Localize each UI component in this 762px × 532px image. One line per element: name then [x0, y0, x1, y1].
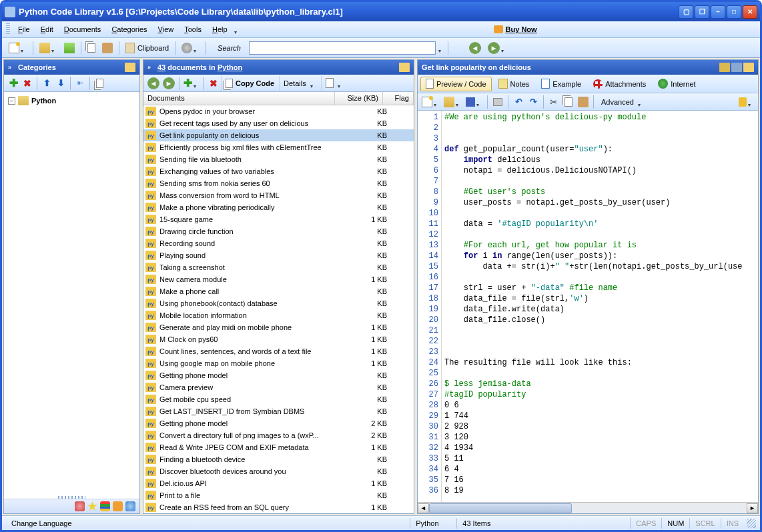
details-button[interactable]: Details: [279, 76, 320, 91]
clipboard-button[interactable]: Clipboard: [123, 41, 171, 55]
editor-print-button[interactable]: [491, 95, 504, 109]
table-row[interactable]: pyDel.icio.us API1 KB: [143, 477, 414, 489]
tab-notes[interactable]: Notes: [493, 77, 535, 91]
copy-button[interactable]: [85, 41, 98, 55]
h-scrollbar[interactable]: ◄ ►: [418, 502, 758, 513]
open-button[interactable]: [37, 41, 60, 55]
table-row[interactable]: pyMobile location informationKB: [143, 309, 414, 321]
nav-fwd-button[interactable]: ►: [161, 77, 176, 90]
copy-code-button[interactable]: Copy Code: [221, 76, 278, 91]
tab-internet[interactable]: Internet: [653, 77, 701, 91]
menu-edit[interactable]: Edit: [35, 23, 59, 35]
col-documents[interactable]: Documents: [143, 92, 335, 105]
search-dropdown-icon[interactable]: [438, 46, 444, 50]
win-sys-2[interactable]: ❐: [695, 5, 709, 19]
status-change-language[interactable]: Change Language: [6, 518, 410, 529]
table-row[interactable]: pySending sms from nokia series 60KB: [143, 177, 414, 189]
editor-cut-button[interactable]: ✂: [547, 95, 560, 109]
table-row[interactable]: pyMass conversion from word to HTMLKB: [143, 189, 414, 201]
buy-now-link[interactable]: Buy Now: [494, 25, 537, 33]
footer-icon-4[interactable]: [113, 501, 123, 511]
table-row[interactable]: pyExchanging values of two variablesKB: [143, 165, 414, 177]
add-doc-button[interactable]: ✚: [182, 77, 201, 90]
nav-back-button[interactable]: ◄: [146, 77, 161, 90]
duplicate-button[interactable]: [93, 77, 106, 90]
menu-file[interactable]: File: [13, 23, 35, 35]
code-editor[interactable]: 1234567891011121314151617181920212223242…: [418, 111, 758, 502]
table-row[interactable]: pyFinding a bluetooth deviceKB: [143, 453, 414, 465]
menu-tools[interactable]: Tools: [179, 23, 207, 35]
scroll-left-icon[interactable]: ◄: [418, 503, 429, 513]
table-row[interactable]: pyGet LAST_INSERT_ID from Symbian DBMSKB: [143, 405, 414, 417]
editor-save-button[interactable]: [464, 95, 484, 109]
outdent-button[interactable]: ⇤: [73, 77, 87, 90]
categories-tree[interactable]: – Python: [4, 92, 139, 496]
tab-preview-code[interactable]: Preview / Code: [420, 77, 492, 91]
table-row[interactable]: pyRecording soundKB: [143, 237, 414, 249]
folder-icon[interactable]: [125, 63, 135, 72]
delete-category-button[interactable]: ✖: [21, 77, 34, 90]
chevron-icon[interactable]: »: [147, 64, 155, 71]
editor-new-button[interactable]: [420, 95, 441, 109]
minimize-button[interactable]: –: [711, 5, 725, 19]
table-row[interactable]: pyConvert a directory full of png images…: [143, 429, 414, 441]
menu-documents[interactable]: Documents: [59, 23, 107, 35]
paste-button[interactable]: [99, 41, 115, 55]
table-row[interactable]: pyEfficiently process big xml files with…: [143, 141, 414, 153]
chevron-icon[interactable]: »: [8, 64, 16, 71]
col-size[interactable]: Size (KB): [335, 92, 383, 105]
documents-list[interactable]: pyOpens pydoc in your browserKBpyGet rec…: [143, 105, 414, 513]
table-row[interactable]: pyPlaying soundKB: [143, 249, 414, 261]
doc-new-button[interactable]: [321, 76, 348, 91]
table-row[interactable]: pyGet mobile cpu speedKB: [143, 393, 414, 405]
star-icon[interactable]: [87, 501, 97, 511]
resize-grip-icon[interactable]: [747, 519, 756, 528]
menu-help[interactable]: Help: [207, 23, 233, 35]
nav-fwd-button[interactable]: ►: [485, 41, 510, 55]
table-row[interactable]: pyNew camera module1 KB: [143, 273, 414, 285]
move-down-button[interactable]: ⬇: [54, 77, 67, 90]
table-row[interactable]: pyMake a phone vibrating periodicallyKB: [143, 201, 414, 213]
windows-icon[interactable]: [100, 501, 110, 511]
table-row[interactable]: pyCreate an RSS feed from an SQL query1 …: [143, 501, 414, 513]
doc-category-link[interactable]: Python: [218, 63, 242, 71]
add-category-button[interactable]: ✚: [7, 77, 20, 90]
scroll-right-icon[interactable]: ►: [747, 503, 758, 513]
table-row[interactable]: pyRead & Write JPEG COM and EXIF metadat…: [143, 441, 414, 453]
globe-icon[interactable]: [125, 501, 135, 511]
table-row[interactable]: pyOpens pydoc in your browserKB: [143, 105, 414, 117]
table-row[interactable]: pyMake a phone callKB: [143, 285, 414, 297]
table-row[interactable]: pyCamera previewKB: [143, 381, 414, 393]
menu-view[interactable]: View: [153, 23, 179, 35]
new-button[interactable]: [6, 41, 29, 55]
table-row[interactable]: pyM Clock on pys601 KB: [143, 333, 414, 345]
menu-categories[interactable]: Categories: [106, 23, 152, 35]
table-row[interactable]: pyGenerate and play midi on mobile phone…: [143, 321, 414, 333]
table-row[interactable]: pyGet recent tags used by any user on de…: [143, 117, 414, 129]
table-row[interactable]: pyGetting phone modelKB: [143, 369, 414, 381]
tab-example[interactable]: Example: [536, 77, 587, 91]
open-folder-button[interactable]: [61, 41, 77, 55]
table-row[interactable]: pyGetting phone model2 KB: [143, 417, 414, 429]
table-row[interactable]: pyUsing google map on mobile phone1 KB: [143, 357, 414, 369]
col-flag[interactable]: Flag: [383, 92, 414, 105]
table-row[interactable]: pyDrawing circle functionKB: [143, 225, 414, 237]
table-row[interactable]: pyDiscover bluetooth devices around youK…: [143, 465, 414, 477]
tools-button[interactable]: [179, 41, 202, 55]
menu-overflow-icon[interactable]: [234, 27, 240, 31]
folder-icon[interactable]: [743, 63, 754, 72]
table-row[interactable]: py15-square game1 KB: [143, 213, 414, 225]
table-row[interactable]: pyCount lines, sentences, and words of a…: [143, 345, 414, 357]
editor-undo-button[interactable]: ↶: [512, 95, 525, 109]
lock-button[interactable]: [737, 95, 755, 109]
win-sys-1[interactable]: ▢: [679, 5, 693, 19]
advanced-button[interactable]: Advanced: [597, 95, 648, 109]
doc-count[interactable]: 43: [157, 63, 165, 71]
table-row[interactable]: pySending file via bluetoothKB: [143, 153, 414, 165]
editor-copy-button[interactable]: [562, 95, 575, 109]
footer-icon-1[interactable]: [75, 501, 85, 511]
folder-icon[interactable]: [399, 63, 410, 72]
maximize-button[interactable]: □: [727, 5, 741, 19]
move-up-button[interactable]: ⬆: [40, 77, 53, 90]
collapse-icon[interactable]: –: [8, 97, 15, 105]
